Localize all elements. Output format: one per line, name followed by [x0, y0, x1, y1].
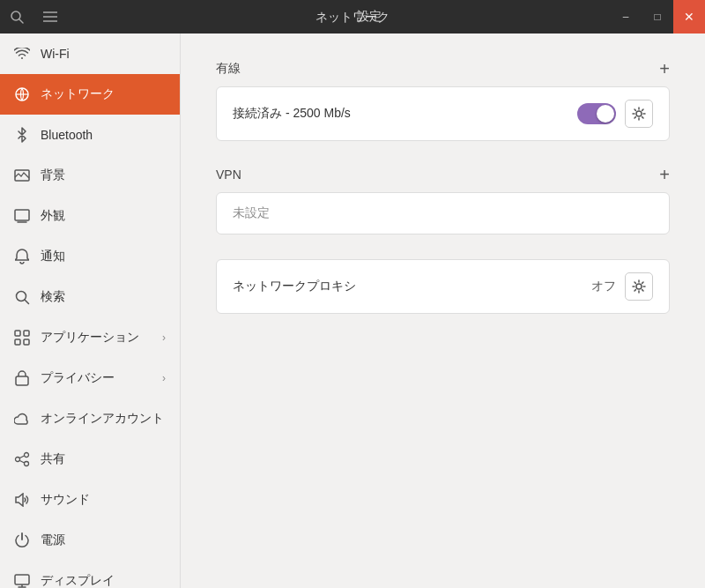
proxy-row: ネットワークプロキシ オフ [217, 260, 669, 313]
svg-point-28 [636, 284, 642, 289]
vpn-empty-label: 未設定 [217, 193, 669, 234]
wired-toggle[interactable] [577, 103, 616, 124]
chevron-right-icon: › [162, 331, 166, 344]
appearance-icon [14, 208, 30, 224]
vpn-section-header: VPN + [216, 166, 670, 183]
svg-line-21 [20, 461, 25, 464]
maximize-button[interactable]: □ [642, 0, 673, 33]
vpn-card: 未設定 [216, 192, 670, 234]
sidebar-item-search[interactable]: 検索 [0, 277, 180, 317]
wired-connection-label: 接続済み - 2500 Mb/s [233, 106, 577, 122]
sidebar-label-network: ネットワーク [41, 86, 166, 102]
power-icon [14, 532, 30, 548]
minimize-button[interactable]: – [610, 0, 642, 33]
background-icon [14, 167, 30, 183]
svg-rect-15 [24, 339, 29, 345]
privacy-icon [14, 370, 30, 386]
sidebar-item-bluetooth[interactable]: Bluetooth [0, 115, 180, 155]
sidebar-label-power: 電源 [41, 532, 166, 548]
svg-rect-14 [15, 339, 20, 345]
sidebar-label-bluetooth: Bluetooth [41, 128, 166, 142]
search-icon [14, 289, 30, 305]
proxy-status: オフ [591, 279, 616, 294]
sidebar-label-background: 背景 [41, 167, 166, 183]
sidebar-item-wifi[interactable]: Wi-Fi [0, 33, 180, 74]
menu-button[interactable] [33, 0, 67, 33]
vpn-section-title: VPN [216, 167, 241, 182]
main-content: Wi-Fi ネットワーク [0, 33, 705, 588]
wired-gear-button[interactable] [625, 100, 653, 128]
sidebar-label-sound: サウンド [41, 492, 166, 508]
svg-point-19 [25, 462, 29, 466]
svg-point-18 [16, 458, 20, 462]
wired-section-header: 有線 + [216, 60, 670, 78]
sidebar-item-sharing[interactable]: 共有 [0, 439, 180, 480]
sidebar-item-display[interactable]: ディスプレイ [0, 561, 180, 588]
sidebar-item-applications[interactable]: アプリケーション › [0, 317, 180, 358]
svg-line-11 [25, 300, 29, 304]
sidebar-label-online-accounts: オンラインアカウント [41, 411, 166, 427]
sidebar: Wi-Fi ネットワーク [0, 33, 181, 588]
sidebar-label-wifi: Wi-Fi [41, 47, 166, 61]
sidebar-label-notifications: 通知 [41, 249, 166, 264]
sidebar-label-sharing: 共有 [41, 451, 166, 467]
sidebar-item-sound[interactable]: サウンド [0, 480, 180, 520]
proxy-section: ネットワークプロキシ オフ [216, 259, 670, 314]
bluetooth-icon [14, 127, 30, 143]
notification-icon [14, 249, 30, 264]
sidebar-label-applications: アプリケーション [41, 330, 152, 346]
vpn-section: VPN + 未設定 [216, 166, 670, 234]
svg-line-20 [20, 456, 25, 458]
sidebar-item-network[interactable]: ネットワーク [0, 74, 180, 115]
svg-rect-13 [24, 331, 29, 336]
svg-rect-8 [15, 210, 29, 220]
svg-rect-22 [15, 575, 29, 584]
svg-point-27 [636, 111, 642, 116]
wired-add-button[interactable]: + [659, 60, 670, 78]
apps-icon [14, 330, 30, 346]
vpn-add-button[interactable]: + [659, 166, 670, 183]
wired-section: 有線 + 接続済み - 2500 Mb/s [216, 60, 670, 141]
sidebar-item-online-accounts[interactable]: オンラインアカウント [0, 398, 180, 439]
share-icon [14, 451, 30, 467]
sidebar-item-privacy[interactable]: プライバシー › [0, 358, 180, 398]
chevron-right-icon-2: › [162, 372, 166, 384]
proxy-label: ネットワークプロキシ [233, 279, 591, 294]
wifi-icon [14, 46, 30, 62]
sidebar-item-appearance[interactable]: 外観 [0, 196, 180, 236]
wired-section-title: 有線 [216, 61, 241, 77]
sidebar-label-appearance: 外観 [41, 208, 166, 224]
search-button[interactable] [0, 0, 33, 33]
svg-point-17 [25, 453, 29, 458]
titlebar: 設定 ネットワーク – □ ✕ [0, 0, 705, 33]
sidebar-item-background[interactable]: 背景 [0, 155, 180, 196]
svg-rect-12 [15, 331, 20, 336]
sidebar-label-privacy: プライバシー [41, 370, 152, 386]
sidebar-item-notifications[interactable]: 通知 [0, 236, 180, 277]
app-window: 設定 ネットワーク – □ ✕ Wi-Fi [0, 0, 705, 588]
content-area: 有線 + 接続済み - 2500 Mb/s [181, 33, 705, 588]
cloud-icon [14, 411, 30, 427]
wired-card: 接続済み - 2500 Mb/s [216, 86, 670, 141]
svg-rect-16 [16, 376, 28, 385]
window-controls: – □ ✕ [610, 0, 705, 33]
sidebar-label-search: 検索 [41, 289, 166, 305]
network-icon [14, 86, 30, 102]
close-button[interactable]: ✕ [673, 0, 705, 33]
display-icon [14, 573, 30, 588]
sidebar-label-display: ディスプレイ [41, 573, 166, 588]
page-title: ネットワーク [315, 0, 390, 33]
sidebar-item-power[interactable]: 電源 [0, 520, 180, 561]
proxy-card: ネットワークプロキシ オフ [216, 259, 670, 314]
sound-icon [14, 492, 30, 508]
proxy-gear-button[interactable] [625, 272, 653, 301]
wired-connection-row: 接続済み - 2500 Mb/s [217, 87, 669, 140]
svg-line-1 [19, 19, 23, 23]
